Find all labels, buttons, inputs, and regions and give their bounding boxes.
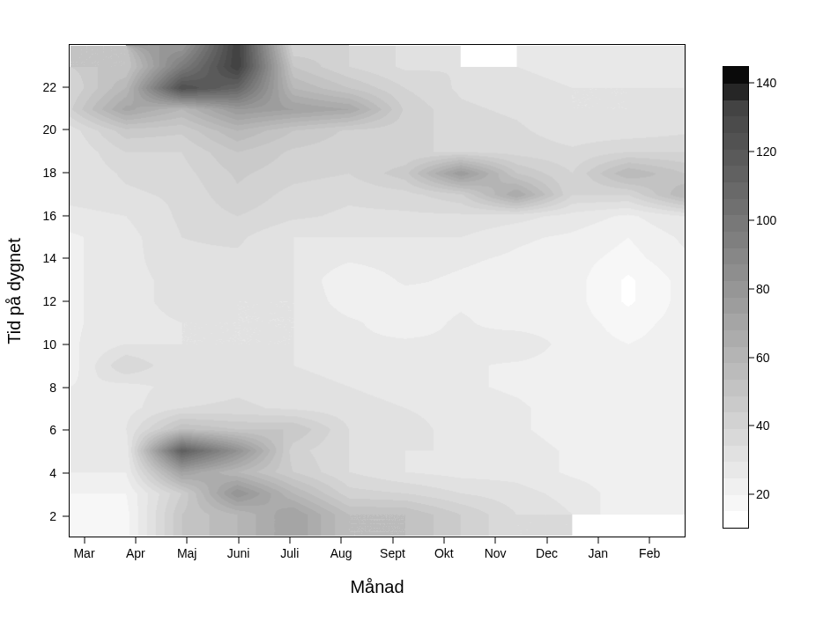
legend-swatch (723, 215, 748, 232)
x-tick-label: Jan (589, 546, 609, 560)
legend-swatch (723, 166, 748, 182)
x-tick-label: Okt (434, 546, 454, 560)
y-tick-label: 22 (21, 80, 56, 94)
legend-swatch (723, 248, 748, 265)
y-tick-label: 14 (21, 251, 56, 265)
legend-tick-mark (749, 220, 754, 221)
legend-tick-label: 20 (756, 487, 770, 501)
x-tick-label: Nov (485, 546, 507, 560)
x-tick-mark (84, 537, 85, 544)
legend-swatch (723, 446, 748, 463)
x-tick-mark (289, 537, 290, 544)
x-tick-mark (495, 537, 496, 544)
y-tick-label: 2 (21, 509, 56, 523)
x-tick-label: Sept (380, 546, 405, 560)
y-tick-mark (63, 258, 69, 259)
y-tick-label: 6 (21, 423, 56, 437)
y-tick-label: 10 (21, 337, 56, 352)
legend-swatch (723, 330, 748, 347)
legend-tick-mark (749, 288, 754, 289)
legend-swatch (723, 116, 748, 133)
y-tick-mark (63, 173, 69, 174)
legend-tick-mark (749, 426, 754, 426)
x-tick-mark (649, 537, 650, 544)
x-tick-label: Feb (639, 546, 660, 560)
x-tick-mark (597, 537, 598, 544)
legend-swatch (723, 84, 748, 100)
x-tick-mark (187, 537, 188, 544)
y-tick-mark (63, 344, 69, 344)
legend-tick-label: 60 (756, 351, 770, 365)
legend-swatch (723, 511, 748, 528)
x-tick-label: Maj (177, 546, 197, 560)
y-tick-label: 12 (21, 294, 56, 308)
x-tick-label: Mar (73, 546, 94, 560)
legend-swatch (723, 67, 748, 84)
legend-colorbar (723, 66, 749, 529)
x-tick-mark (135, 537, 136, 544)
x-axis-label: Månad (69, 577, 686, 597)
x-tick-mark (238, 537, 239, 544)
x-tick-label: Juli (280, 546, 299, 560)
legend-tick-mark (749, 357, 754, 358)
legend-swatch (723, 199, 748, 216)
legend-swatch (723, 314, 748, 330)
plot-area (69, 44, 686, 537)
x-tick-mark (443, 537, 444, 544)
legend-swatch (723, 495, 748, 512)
x-tick-mark (392, 537, 393, 544)
legend-tick-label: 80 (756, 282, 770, 296)
y-tick-mark (63, 387, 69, 388)
y-tick-label: 4 (21, 466, 56, 480)
y-tick-mark (63, 515, 69, 516)
heatmap-chart: Tid på dygnet 246810121416182022 MarAprM… (0, 0, 823, 644)
x-tick-label: Aug (330, 546, 352, 560)
legend-swatch (723, 232, 748, 248)
legend-swatch (723, 150, 748, 167)
legend-tick-mark (749, 83, 754, 84)
legend-tick-mark (749, 494, 754, 495)
legend-swatch (723, 298, 748, 315)
x-tick-mark (546, 537, 547, 544)
legend-swatch (723, 429, 748, 446)
legend-swatch (723, 380, 748, 396)
legend-tick-label: 100 (756, 213, 776, 227)
y-tick-mark (63, 130, 69, 130)
y-tick-label: 16 (21, 209, 56, 223)
x-tick-label: Apr (126, 546, 145, 560)
legend-swatch (723, 478, 748, 495)
y-tick-label: 20 (21, 122, 56, 137)
y-axis: 246810121416182022 (0, 44, 69, 537)
legend-swatch (723, 396, 748, 413)
y-tick-mark (63, 86, 69, 87)
legend-tick-label: 140 (756, 76, 776, 90)
legend-tick-label: 40 (756, 418, 770, 433)
y-tick-label: 18 (21, 166, 56, 180)
y-tick-mark (63, 301, 69, 302)
y-tick-mark (63, 215, 69, 216)
legend-ticks: 20406080100120140 (749, 66, 802, 529)
y-tick-label: 8 (21, 381, 56, 395)
legend-swatch (723, 462, 748, 478)
legend-swatch (723, 363, 748, 380)
legend-tick-label: 120 (756, 144, 776, 159)
x-tick-label: Dec (536, 546, 558, 560)
x-tick-mark (341, 537, 342, 544)
legend-swatch (723, 100, 748, 117)
heatmap-canvas (70, 45, 685, 537)
legend-swatch (723, 347, 748, 364)
legend-swatch (723, 133, 748, 150)
y-tick-mark (63, 472, 69, 473)
legend-tick-mark (749, 152, 754, 152)
legend-swatch (723, 281, 748, 298)
legend-swatch (723, 182, 748, 199)
legend-swatch (723, 264, 748, 281)
y-tick-mark (63, 430, 69, 431)
legend-swatch (723, 412, 748, 429)
x-tick-label: Juni (227, 546, 250, 560)
